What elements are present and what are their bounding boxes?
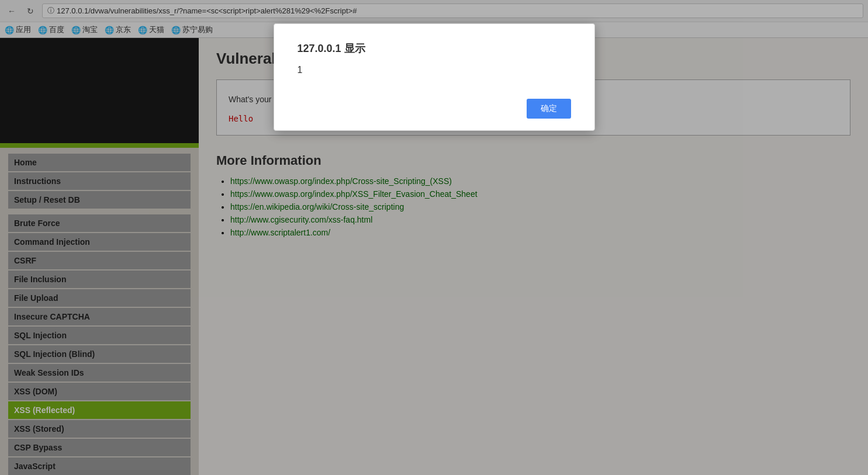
modal-title: 127.0.0.1 显示 — [298, 41, 571, 56]
modal-ok-button[interactable]: 确定 — [527, 99, 571, 119]
alert-modal: 127.0.0.1 显示 1 确定 — [274, 23, 595, 131]
modal-footer: 确定 — [298, 99, 571, 119]
modal-overlay: 127.0.0.1 显示 1 确定 — [0, 0, 868, 475]
modal-value: 1 — [298, 65, 571, 75]
